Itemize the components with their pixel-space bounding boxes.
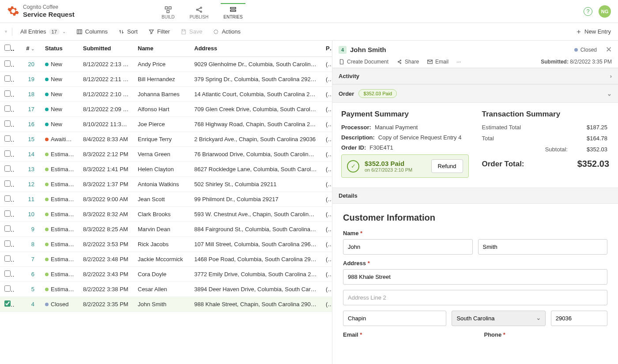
row-checkbox[interactable] [4, 135, 11, 142]
table-row[interactable]: 6Estimate a…8/2/2022 3:43 PMCora Doyle37… [0, 266, 332, 281]
table-row[interactable]: 16New8/10/2022 11:30 AMJoe Pierce768 Hig… [0, 116, 332, 131]
table-row[interactable]: 11Estimate …8/3/2022 9:00 AMJean Scott99… [0, 191, 332, 206]
email-button[interactable]: Email [427, 59, 448, 65]
table-row[interactable]: 18New8/12/2022 2:10 PMJohanna Barnes14 A… [0, 86, 332, 101]
chevron-down-icon: ⌄ [607, 90, 612, 97]
tab-publish[interactable]: PUBLISH [187, 3, 211, 19]
table-row[interactable]: 12Estimate …8/3/2022 1:37 PMAntonia Watk… [0, 176, 332, 191]
cell-status: Estimate … [41, 191, 79, 206]
status-dot-icon [45, 198, 49, 201]
cell-name: Cesar Allen [133, 281, 190, 296]
cell-phone: (803) [321, 281, 332, 296]
status-dot-icon [45, 78, 49, 81]
first-name-input[interactable] [343, 239, 473, 255]
col-header-address[interactable]: Address [190, 41, 321, 56]
cell-address: 988 Khale Street, Chapin, South Carolina… [190, 296, 321, 311]
cell-submitted: 8/2/2022 3:38 PM [79, 281, 133, 296]
cell-submitted: 8/12/2022 2:13 PM [79, 56, 133, 71]
entries-table: # ⌄ Status Submitted Name Address Phone … [0, 41, 332, 364]
user-avatar[interactable]: NG [599, 5, 611, 18]
row-checkbox[interactable] [4, 90, 11, 97]
cell-number: 17 [14, 101, 41, 116]
last-name-input[interactable] [478, 239, 608, 255]
save-button: Save [178, 26, 205, 37]
row-checkbox[interactable] [4, 285, 11, 292]
col-header-phone[interactable]: Phone [321, 41, 332, 56]
close-panel-button[interactable]: ✕ [606, 45, 612, 54]
row-checkbox[interactable] [4, 255, 11, 262]
order-section-header[interactable]: Order $352.03 Paid ⌄ [332, 84, 618, 103]
cell-submitted: 8/3/2022 8:25 AM [79, 221, 133, 236]
activity-section-header[interactable]: Activity › [332, 68, 618, 84]
status-dot-icon [45, 288, 49, 291]
row-checkbox[interactable] [4, 300, 11, 307]
new-entry-button[interactable]: New Entry [573, 26, 614, 37]
table-row[interactable]: 17New8/12/2022 2:09 PMAlfonso Hart709 Gl… [0, 101, 332, 116]
select-all-checkbox[interactable] [4, 45, 11, 51]
columns-button[interactable]: Columns [74, 26, 110, 37]
help-icon[interactable]: ? [584, 7, 592, 16]
row-checkbox[interactable] [4, 240, 11, 247]
table-row[interactable]: 5Estimate …8/2/2022 3:38 PMCesar Allen38… [0, 281, 332, 296]
cell-number: 14 [14, 146, 41, 161]
cell-phone: (803) [321, 86, 332, 101]
cell-number: 9 [14, 221, 41, 236]
table-row[interactable]: 15Awaiting …8/4/2022 8:33 AMEnrique Terr… [0, 131, 332, 146]
more-actions-button[interactable]: ··· [456, 59, 461, 65]
table-row[interactable]: 14Estimate …8/3/2022 2:12 PMVerna Green7… [0, 146, 332, 161]
col-header-status[interactable]: Status [41, 41, 79, 56]
status-dot-icon [45, 123, 49, 126]
cell-number: 18 [14, 86, 41, 101]
share-button[interactable]: Share [396, 59, 419, 65]
row-checkbox[interactable] [4, 195, 11, 202]
form-name: Service Request [23, 11, 75, 19]
row-checkbox[interactable] [4, 165, 11, 172]
cell-submitted: 8/12/2022 2:09 PM [79, 101, 133, 116]
cell-submitted: 8/12/2022 2:11 PM [79, 71, 133, 86]
status-dot-icon [45, 108, 49, 111]
tab-entries[interactable]: ENTRIES [221, 3, 245, 19]
status-dot-icon [45, 153, 49, 156]
row-checkbox[interactable] [4, 150, 11, 157]
table-row[interactable]: 20New8/12/2022 2:13 PMAndy Price9029 Gle… [0, 56, 332, 71]
address-line2-input[interactable] [343, 290, 607, 305]
refund-button[interactable]: Refund [431, 159, 463, 173]
svg-point-5 [200, 11, 202, 12]
toolbar-settings-icon[interactable] [4, 28, 12, 36]
cell-submitted: 8/3/2022 2:12 PM [79, 146, 133, 161]
table-row[interactable]: 13Estimate …8/3/2022 1:41 PMHelen Clayto… [0, 161, 332, 176]
row-checkbox[interactable] [4, 75, 11, 82]
create-document-button[interactable]: Create Document [339, 59, 388, 65]
row-checkbox[interactable] [4, 210, 11, 217]
view-selector[interactable]: All Entries 17 ⌄ [18, 26, 68, 37]
cell-address: 9029 Glenholme Dr., Columbia, South Caro… [190, 56, 321, 71]
status-dot-icon [45, 228, 49, 231]
table-row[interactable]: 4Closed8/2/2022 3:35 PMJohn Smith988 Kha… [0, 296, 332, 311]
row-checkbox[interactable] [4, 225, 11, 232]
city-input[interactable] [343, 311, 446, 326]
zip-input[interactable] [551, 311, 607, 326]
payment-status-box: ✓ $352.03 Paid on 6/27/2023 2:10 PM Refu… [341, 154, 469, 178]
col-header-number[interactable]: # ⌄ [14, 41, 41, 56]
state-select[interactable]: South Carolina [452, 311, 545, 326]
row-checkbox[interactable] [4, 120, 11, 127]
row-checkbox[interactable] [4, 105, 11, 112]
row-checkbox[interactable] [4, 180, 11, 187]
table-row[interactable]: 7Estimate …8/2/2022 3:48 PMJackie Mccorm… [0, 251, 332, 266]
table-row[interactable]: 19New8/12/2022 2:11 PMBill Hernandez379 … [0, 71, 332, 86]
sort-button[interactable]: Sort [116, 26, 140, 37]
row-checkbox[interactable] [4, 270, 11, 277]
table-row[interactable]: 10Estimate …8/3/2022 8:32 AMClark Brooks… [0, 206, 332, 221]
cell-phone: (803) [321, 101, 332, 116]
address-line1-input[interactable] [343, 269, 607, 285]
filter-button[interactable]: Filter [146, 26, 173, 37]
table-row[interactable]: 8Estimate …8/2/2022 3:53 PMRick Jacobs10… [0, 236, 332, 251]
status-dot-icon [45, 303, 49, 306]
col-header-name[interactable]: Name [133, 41, 190, 56]
tab-build[interactable]: BUILD [159, 3, 177, 19]
cell-status: Estimate … [41, 251, 79, 266]
row-checkbox[interactable] [4, 60, 11, 67]
actions-button[interactable]: Actions [210, 26, 243, 37]
table-row[interactable]: 9Estimate …8/3/2022 8:25 AMMarvin Dean88… [0, 221, 332, 236]
col-header-submitted[interactable]: Submitted [79, 41, 133, 56]
